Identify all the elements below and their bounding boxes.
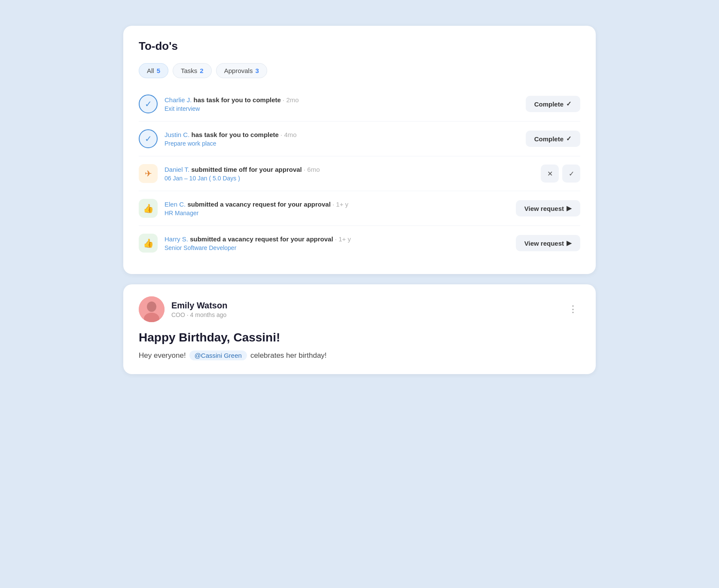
check-icon: ✓	[145, 99, 152, 109]
view-request-button-harry[interactable]: View request ▶	[516, 235, 580, 251]
todo-content-justin: Justin C. has task for you to complete ·…	[165, 131, 519, 147]
person-name-elen: Elen C.	[165, 201, 186, 208]
todo-actions-justin: Complete ✓	[526, 131, 580, 147]
plane-icon: ✈	[145, 168, 152, 179]
complete-button-charlie[interactable]: Complete ✓	[526, 96, 580, 112]
checkmark-icon: ✓	[566, 100, 572, 108]
checkmark-icon-2: ✓	[566, 135, 572, 143]
vacancy-icon-harry: 👍	[139, 234, 158, 253]
todo-actions-harry: View request ▶	[516, 235, 580, 251]
todo-content-charlie: Charlie J. has task for you to complete …	[165, 96, 519, 112]
todo-actions-daniel: ✕ ✓	[541, 165, 580, 183]
thumbsup-icon-2: 👍	[143, 238, 154, 248]
todo-content-daniel: Daniel T. submitted time off for your ap…	[165, 166, 534, 182]
post-body-prefix: Hey everyone!	[139, 351, 186, 360]
task-icon-charlie: ✓	[139, 94, 158, 113]
arrow-right-icon-2: ▶	[567, 239, 572, 247]
todo-sub-daniel: 06 Jan – 10 Jan ( 5.0 Days )	[165, 175, 534, 182]
reject-button-daniel[interactable]: ✕	[541, 165, 559, 183]
post-author-name: Emily Watson	[171, 301, 227, 311]
post-body: Hey everyone! @Cassini Green celebrates …	[139, 350, 580, 360]
post-body-suffix: celebrates her birthday!	[250, 351, 327, 360]
post-author-info: Emily Watson COO · 4 months ago	[171, 301, 227, 318]
thumbsup-icon: 👍	[143, 203, 154, 213]
post-author-avatar	[139, 296, 165, 322]
action-label-charlie: has task for you to complete	[194, 96, 281, 104]
task-icon-justin: ✓	[139, 129, 158, 148]
tab-tasks[interactable]: Tasks 2	[173, 63, 212, 78]
todo-list: ✓ Charlie J. has task for you to complet…	[139, 87, 580, 260]
dots-vertical-icon: ⋮	[568, 304, 578, 315]
tab-approvals[interactable]: Approvals 3	[216, 63, 267, 78]
post-mention[interactable]: @Cassini Green	[189, 350, 247, 360]
todo-sub-harry: Senior Software Developer	[165, 244, 509, 251]
action-label-harry: submitted a vacancy request for your app…	[190, 235, 333, 243]
todos-tabs: All 5 Tasks 2 Approvals 3	[139, 63, 580, 78]
action-label-daniel: submitted time off for your approval	[191, 166, 302, 173]
person-name-daniel: Daniel T.	[165, 166, 189, 173]
todo-actions-elen: View request ▶	[516, 200, 580, 216]
todo-sub-justin: Prepare work place	[165, 140, 519, 147]
todo-content-elen: Elen C. submitted a vacancy request for …	[165, 201, 509, 216]
todo-content-harry: Harry S. submitted a vacancy request for…	[165, 235, 509, 251]
todo-item-charlie: ✓ Charlie J. has task for you to complet…	[139, 87, 580, 121]
approve-button-daniel[interactable]: ✓	[562, 165, 580, 183]
vacancy-icon-elen: 👍	[139, 199, 158, 218]
complete-button-justin[interactable]: Complete ✓	[526, 131, 580, 147]
action-label-elen: submitted a vacancy request for your app…	[187, 201, 330, 208]
post-header: Emily Watson COO · 4 months ago ⋮	[139, 296, 580, 322]
todo-item-justin: ✓ Justin C. has task for you to complete…	[139, 121, 580, 156]
travel-icon-daniel: ✈	[139, 164, 158, 183]
post-author-meta: COO · 4 months ago	[171, 311, 227, 318]
svg-point-1	[147, 302, 156, 312]
todo-sub-elen: HR Manager	[165, 210, 509, 216]
view-request-button-elen[interactable]: View request ▶	[516, 200, 580, 216]
close-icon: ✕	[547, 170, 553, 178]
post-menu-button[interactable]: ⋮	[566, 301, 580, 317]
post-title: Happy Birthday, Cassini!	[139, 331, 580, 344]
todo-item-harry: 👍 Harry S. submitted a vacancy request f…	[139, 225, 580, 260]
main-container: To-do's All 5 Tasks 2 Approvals 3 ✓	[123, 26, 596, 374]
post-card: Emily Watson COO · 4 months ago ⋮ Happy …	[123, 284, 596, 374]
person-name-charlie: Charlie J.	[165, 96, 192, 104]
todo-item-elen: 👍 Elen C. submitted a vacancy request fo…	[139, 191, 580, 225]
check-icon-2: ✓	[145, 134, 152, 144]
person-name-justin: Justin C.	[165, 131, 189, 138]
arrow-right-icon: ▶	[567, 204, 572, 212]
action-label-justin: has task for you to complete	[192, 131, 279, 138]
todo-sub-charlie: Exit interview	[165, 105, 519, 112]
person-name-harry: Harry S.	[165, 235, 188, 243]
todo-item-daniel: ✈ Daniel T. submitted time off for your …	[139, 156, 580, 191]
todo-actions-charlie: Complete ✓	[526, 96, 580, 112]
todos-card: To-do's All 5 Tasks 2 Approvals 3 ✓	[123, 26, 596, 274]
approve-check-icon: ✓	[569, 170, 574, 178]
todos-title: To-do's	[139, 40, 580, 53]
tab-all[interactable]: All 5	[139, 63, 168, 78]
